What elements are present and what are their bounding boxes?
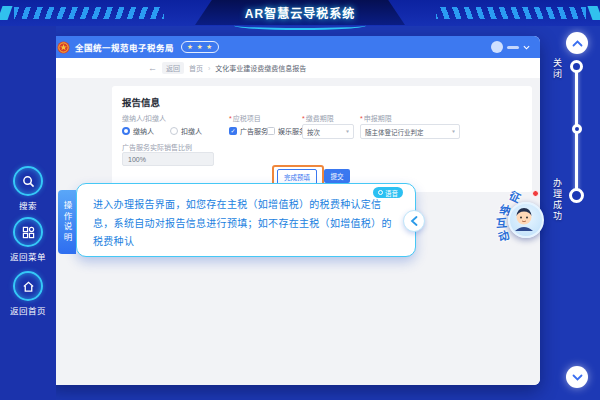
ratio-value: 100% — [128, 156, 146, 163]
app-stage: AR智慧云导税系统 搜索 返回菜单 返回首页 — [0, 0, 600, 400]
sidebar-item-search[interactable]: 搜索 — [0, 166, 56, 211]
sidebar-item-label: 返回首页 — [0, 304, 56, 316]
chevron-down-icon[interactable] — [523, 45, 530, 50]
guide-bubble: 语音 进入办理报告界面，如您存在主税（如增值税）的税费种认定信息，系统自动对报告… — [76, 183, 416, 257]
timeline-node-middle[interactable] — [572, 124, 582, 134]
app-header: AR智慧云导税系统 — [0, 0, 600, 26]
radio-icon[interactable] — [170, 127, 178, 135]
national-emblem-icon — [57, 41, 70, 54]
radio-payer[interactable]: 缴纳人 — [122, 126, 154, 136]
sidebar-item-label: 搜索 — [0, 199, 56, 211]
section-title: 报告信息 — [122, 95, 160, 109]
rating-stars: ★ ★ ★ — [181, 41, 219, 53]
report-form-card: 报告信息 缴纳人/扣缴人 应税项目 缴费期限 申报期限 缴纳人 扣缴人 广告服务 — [112, 86, 532, 192]
interaction-widget[interactable]: 征 纳 互 动 — [486, 182, 550, 262]
period-field-label: 缴费期限 — [302, 113, 334, 123]
etax-title: 全国统一规范电子税务局 — [75, 41, 174, 53]
radio-label: 缴纳人 — [133, 126, 154, 136]
assistant-avatar[interactable] — [508, 202, 544, 238]
period-select-value: 按次 — [307, 127, 320, 137]
payer-field-label: 缴纳人/扣缴人 — [122, 113, 166, 123]
prev-step-button[interactable] — [403, 210, 425, 232]
chevron-up-icon — [572, 40, 583, 47]
ratio-field-label: 广告服务实际销售比例 — [122, 142, 192, 152]
chevron-down-icon — [572, 374, 583, 381]
breadcrumb-separator: › — [208, 65, 210, 72]
sidebar-item-home[interactable]: 返回首页 — [0, 271, 56, 316]
back-arrow-icon[interactable]: ← — [148, 63, 157, 73]
chevron-down-icon: ▾ — [452, 129, 455, 135]
timeline-done-label: 办理成功 — [551, 178, 564, 222]
scroll-down-button[interactable] — [566, 366, 588, 388]
user-menu[interactable] — [491, 36, 530, 58]
chevron-left-icon — [410, 216, 418, 226]
menu-grid-icon[interactable] — [13, 217, 43, 247]
user-name-placeholder — [507, 46, 519, 49]
checkbox-ad-service[interactable]: 广告服务 — [229, 126, 268, 136]
breadcrumb: ← 返回 首页 › 文化事业建设费缴费信息报告 — [48, 58, 540, 79]
radio-label: 扣缴人 — [181, 126, 202, 136]
etax-titlebar: 全国统一规范电子税务局 ★ ★ ★ — [48, 36, 540, 58]
checkbox-entertainment-service[interactable]: 娱乐服务 — [267, 126, 306, 136]
chevron-down-icon: ▾ — [346, 129, 349, 135]
checkbox-icon[interactable] — [267, 127, 275, 135]
breadcrumb-home[interactable]: 首页 — [189, 63, 203, 73]
home-icon[interactable] — [13, 271, 43, 301]
ratio-input[interactable]: 100% — [122, 152, 214, 166]
header-stripes-right — [436, 7, 586, 19]
submit-button[interactable]: 提交 — [324, 169, 350, 183]
scroll-up-button[interactable] — [566, 32, 588, 54]
breadcrumb-current: 文化事业建设费缴费信息报告 — [215, 63, 306, 73]
declare-select-value: 随主体登记行业判定 — [365, 127, 424, 137]
header-edge-decoration — [0, 6, 13, 20]
header-arc-decoration — [234, 21, 366, 30]
left-sidebar: 搜索 返回菜单 返回首页 — [0, 26, 56, 400]
declare-select[interactable]: 随主体登记行业判定 ▾ — [360, 124, 460, 139]
header-edge-decoration — [587, 6, 600, 20]
checkbox-label: 广告服务 — [240, 126, 268, 136]
search-icon[interactable] — [13, 166, 43, 196]
sidebar-item-menu[interactable]: 返回菜单 — [0, 217, 56, 262]
radio-withholder[interactable]: 扣缴人 — [170, 126, 202, 136]
voice-icon — [378, 190, 383, 195]
timeline-node-done[interactable] — [569, 188, 584, 203]
guide-tab: 操作说明 — [58, 190, 76, 254]
declare-field-label: 申报期限 — [360, 113, 392, 123]
interact-char: 动 — [496, 226, 511, 245]
period-select[interactable]: 按次 ▾ — [302, 124, 354, 139]
user-avatar[interactable] — [491, 41, 503, 53]
notification-badge — [532, 190, 539, 197]
timeline-close-label: 关闭 — [551, 58, 564, 80]
sidebar-item-label: 返回菜单 — [0, 250, 56, 262]
header-stripes-left — [14, 7, 164, 19]
radio-icon[interactable] — [122, 127, 130, 135]
checkbox-icon[interactable] — [229, 127, 237, 135]
guide-text: 进入办理报告界面，如您存在主税（如增值税）的税费种认定信息，系统自动对报告信息进… — [93, 196, 395, 252]
timeline-node-close[interactable] — [570, 60, 583, 73]
app-title: AR智慧云导税系统 — [245, 4, 355, 21]
taxable-field-label: 应税项目 — [229, 113, 261, 123]
breadcrumb-back[interactable]: 返回 — [162, 62, 184, 74]
assistant-face-icon — [510, 204, 538, 232]
